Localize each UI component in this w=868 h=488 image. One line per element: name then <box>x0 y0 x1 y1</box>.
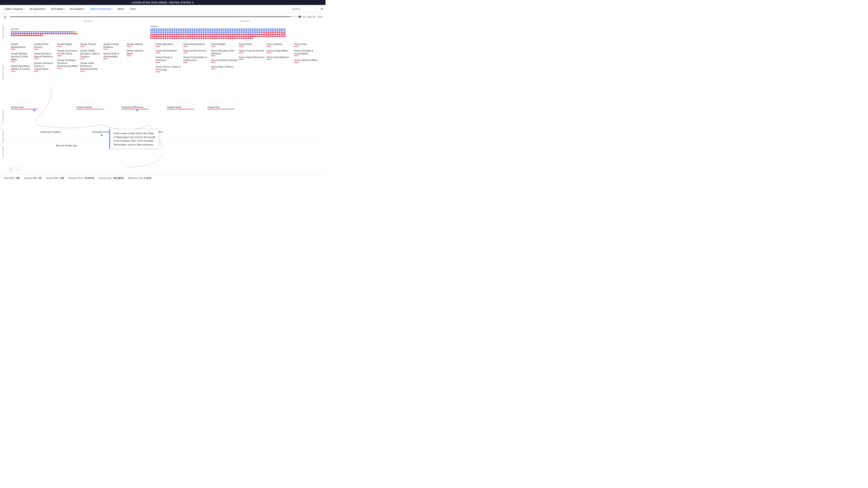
sponsor-dot <box>165 34 166 35</box>
sponsor-dot <box>188 36 190 37</box>
sponsor-dot <box>185 34 186 35</box>
topic-filter[interactable]: Native Americans ▾ <box>89 7 114 11</box>
house-committee-item[interactable]: House Agriculture <box>156 43 182 46</box>
house-committee-item[interactable]: House Judiciary <box>267 43 293 46</box>
sponsor-dot <box>45 31 46 33</box>
sponsor-dot <box>206 30 208 32</box>
sponsor-dot <box>29 35 30 36</box>
senate-committee-item[interactable]: Senate Health, Education, Labor & Pensio… <box>80 49 102 59</box>
sponsor-dot <box>176 30 177 32</box>
sponsor-dot <box>166 30 168 32</box>
sponsor-dot <box>219 34 220 35</box>
resolving-item[interactable]: Resolving Differences <box>122 106 149 109</box>
senate-committees: Senate AppropriationsSenate Banking, Hou… <box>11 43 149 102</box>
top-bar: LEGISLATIVE EXPLORER: UNITED STATES ▾ ⊙ <box>0 0 326 5</box>
timeline-handle[interactable] <box>299 15 301 18</box>
dropdown-icon[interactable]: ▾ <box>192 1 194 4</box>
sponsor-dot <box>257 34 258 35</box>
sponsor-dot <box>228 29 229 30</box>
senate-committee-item[interactable]: Senate Commerce, Science & Transportatio… <box>34 62 56 71</box>
house-committee-item[interactable]: House Natural Resources <box>239 56 266 60</box>
sponsor-dot <box>172 32 174 33</box>
parties-filter[interactable]: All Parties ▾ <box>50 7 66 11</box>
house-committee-item[interactable]: House Ethics <box>239 43 266 46</box>
passed-senate-item[interactable]: Passed Senate <box>76 106 103 109</box>
sponsor-dot <box>257 30 258 32</box>
play-button[interactable]: ▶ <box>3 14 8 20</box>
house-committee-item[interactable]: House Armed Services <box>183 49 210 53</box>
house-floor-item[interactable]: House Floor <box>208 106 235 109</box>
house-committee-item[interactable]: House Transportation & Infrastructure <box>183 56 210 63</box>
senate-committee-item[interactable]: Senate Budget <box>57 43 79 46</box>
senate-committee-item[interactable]: Senate Veterans' Affairs <box>127 49 149 56</box>
senate-committee-item[interactable]: Senate Homeland Security & Governmental … <box>57 59 79 68</box>
house-committee-item[interactable]: House Veterans' Affairs <box>294 59 321 63</box>
senate-committee-item[interactable]: Senate Appropriations <box>11 43 33 50</box>
senate-committee-item[interactable]: Senate Foreign Relations <box>103 43 125 50</box>
sponsor-dot <box>38 35 39 36</box>
senate-committee-item[interactable]: Senate Finance <box>80 43 102 46</box>
house-committee-item[interactable]: House Rules <box>294 43 321 46</box>
congress-filter[interactable]: 118th Congress ▾ <box>3 7 26 11</box>
zoom-in-button[interactable]: + <box>8 166 13 172</box>
sponsor-dot <box>248 30 249 32</box>
main-content: SPONSORS COMMITTEES CHAMBERS PRESIDENT O… <box>0 23 326 174</box>
zoom-out-button[interactable]: − <box>14 166 20 172</box>
passed-house-item[interactable]: Passed House <box>167 106 194 109</box>
house-committee-item[interactable]: House Homeland Security <box>211 59 238 63</box>
sponsor-dot <box>154 37 155 39</box>
sponsor-dot <box>174 30 175 32</box>
genders-filter[interactable]: All Genders ▾ <box>68 7 87 11</box>
sponsor-dot <box>246 34 248 35</box>
sponsor-dot <box>178 36 179 37</box>
clear-button[interactable]: Clear <box>130 7 136 11</box>
sponsor-dot <box>76 33 77 34</box>
house-committee-item[interactable]: House Budget <box>211 43 238 46</box>
sponsors-filter[interactable]: All Sponsors ▾ <box>28 7 48 11</box>
total-bills-label: Total Bills: 180 <box>4 177 20 180</box>
house-committee-item[interactable]: House Foreign Affairs <box>267 49 293 53</box>
house-committee-item[interactable]: House Education & the Workforce <box>211 49 238 56</box>
house-committee-item[interactable]: House Oversight & Accountability <box>294 49 321 56</box>
senate-committee-item[interactable]: Senate Environment & Public Works <box>57 49 79 56</box>
senate-committee-item[interactable]: Senate Small Business & Entrepreneurship <box>80 62 102 71</box>
status-bar: Total Bills: 180 Senate Bills: 52 House … <box>0 174 326 182</box>
sponsor-dot <box>199 30 200 32</box>
sponsor-dot <box>29 33 30 34</box>
sponsor-dot <box>163 29 164 30</box>
house-committee-item[interactable]: House Energy & Commerce <box>156 56 182 63</box>
sponsor-dot <box>270 32 271 33</box>
senate-committee-item[interactable]: Senate Banking, Housing & Urban Affairs <box>11 52 33 62</box>
house-committee-item[interactable]: House Administration <box>156 49 182 53</box>
sponsor-dot <box>25 35 27 36</box>
sponsor-dot <box>226 36 228 37</box>
sponsor-dot <box>219 30 220 32</box>
sponsor-dot <box>170 37 172 39</box>
more-filter[interactable]: More ▾ <box>116 7 127 11</box>
senate-committee-item[interactable]: Senate Energy & Natural Resources <box>34 52 56 59</box>
sponsor-dot <box>159 32 161 33</box>
search-input[interactable] <box>290 6 317 11</box>
sponsor-dot <box>188 32 190 33</box>
house-committee-item[interactable]: House Science, Space & Technology <box>156 65 182 72</box>
sponsor-dot <box>70 31 72 33</box>
sponsor-dot <box>168 29 170 30</box>
timeline-track[interactable] <box>10 16 300 17</box>
house-committee-item[interactable]: House Appropriations <box>183 43 210 46</box>
sponsor-dot <box>197 37 199 39</box>
house-committee-item[interactable]: House Small Business <box>267 56 293 60</box>
senate-committee-item[interactable]: Senate Agriculture, Nutrition & Forestry <box>11 65 33 71</box>
sponsor-dot <box>172 37 174 39</box>
senate-committee-item[interactable]: Senate Armed Services <box>34 43 56 50</box>
menu-icon[interactable]: ≡ <box>321 7 323 11</box>
house-committee-item[interactable]: House Ways & Means <box>211 65 238 69</box>
sponsor-dot <box>38 31 39 33</box>
house-committee-item[interactable]: House Financial Services <box>239 49 266 53</box>
sponsor-dot <box>165 30 166 32</box>
house-committee-column: House JudiciaryHouse Foreign AffairsHous… <box>267 43 293 102</box>
senate-committee-item[interactable]: Senate Judiciary <box>127 43 149 46</box>
sponsor-dot <box>252 37 253 39</box>
senate-floor-item[interactable]: Senate Floor <box>11 106 40 109</box>
sponsor-dot <box>284 29 285 30</box>
senate-committee-item[interactable]: Senate Rules & Administration <box>103 52 125 59</box>
